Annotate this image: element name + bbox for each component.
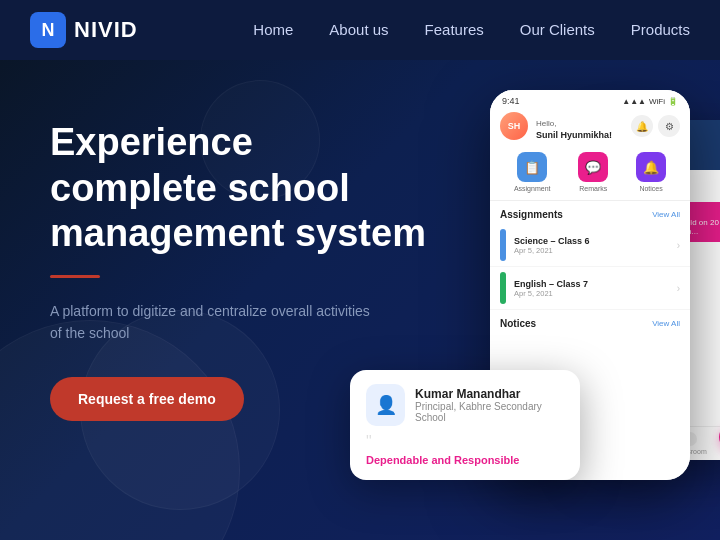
nav-links: Home About us Features Our Clients Produ…: [253, 21, 690, 39]
signal-icon: ▲▲▲: [622, 97, 646, 106]
nav-link-features[interactable]: Features: [425, 21, 484, 38]
notices-label: Notices: [639, 185, 662, 192]
quote-mark-icon: ": [366, 434, 564, 450]
assignments-section-header: Assignments View All: [490, 201, 690, 224]
remarks-label: Remarks: [579, 185, 607, 192]
phone-status-bar: 9:41 ▲▲▲ WiFi 🔋: [490, 90, 690, 108]
logo-icon: N: [30, 12, 66, 48]
hero-underline-deco: [50, 275, 100, 278]
assignment-date-1: Apr 5, 2021: [514, 246, 669, 255]
notices-icon-item[interactable]: 🔔 Notices: [636, 152, 666, 192]
nav-link-products[interactable]: Products: [631, 21, 690, 38]
assignment-info-2: English – Class 7 Apr 5, 2021: [514, 279, 669, 298]
assignment-date-2: Apr 5, 2021: [514, 289, 669, 298]
status-icons: ▲▲▲ WiFi 🔋: [622, 97, 678, 106]
card-popup: 👤 Kumar Manandhar Principal, Kabhre Seco…: [350, 370, 580, 480]
battery-icon: 🔋: [668, 97, 678, 106]
card-role: Principal, Kabhre Secondary School: [415, 401, 564, 423]
view-all-assignments[interactable]: View All: [652, 210, 680, 219]
phone-time: 9:41: [502, 96, 520, 106]
assignment-name-1: Science – Class 6: [514, 236, 669, 246]
view-all-notices[interactable]: View All: [652, 319, 680, 328]
remarks-icon-item[interactable]: 💬 Remarks: [578, 152, 608, 192]
nav-link-clients[interactable]: Our Clients: [520, 21, 595, 38]
notices-title: Notices: [500, 318, 536, 329]
chevron-icon-2: ›: [677, 283, 680, 294]
user-avatar: SH: [500, 112, 528, 140]
assignment-item-1[interactable]: Science – Class 6 Apr 5, 2021 ›: [490, 224, 690, 267]
phone-user-name: Sunil Hyunmikha!: [536, 130, 612, 140]
hero-subtitle: A platform to digitize and centralize ov…: [50, 300, 370, 345]
phone-quick-icons: 📋 Assignment 💬 Remarks 🔔 Notices: [490, 146, 690, 201]
phone-header-right: 🔔 ⚙: [631, 115, 680, 137]
wifi-icon: WiFi: [649, 97, 665, 106]
remarks-icon: 💬: [578, 152, 608, 182]
settings-icon[interactable]: ⚙: [658, 115, 680, 137]
phone-greeting-block: Hello, Sunil Hyunmikha!: [536, 112, 612, 140]
assignment-name-2: English – Class 7: [514, 279, 669, 289]
assignment-icon-item[interactable]: 📋 Assignment: [514, 152, 551, 192]
assignment-icon: 📋: [517, 152, 547, 182]
request-demo-button[interactable]: Request a free demo: [50, 377, 244, 421]
notices-section-header: Notices View All: [490, 310, 690, 333]
logo[interactable]: N NIVID: [30, 12, 138, 48]
card-popup-header: 👤 Kumar Manandhar Principal, Kabhre Seco…: [366, 384, 564, 426]
notification-icon[interactable]: 🔔: [631, 115, 653, 137]
phone-header: SH Hello, Sunil Hyunmikha! 🔔 ⚙: [490, 108, 690, 146]
navbar: N NIVID Home About us Features Our Clien…: [0, 0, 720, 60]
phone-greeting: Hello, Sunil Hyunmikha!: [536, 119, 612, 140]
assignment-color-2: [500, 272, 506, 304]
phones-area: 9:41 ▲▲▲ WiFi 🔋 SH Hello, Sunil Hyunmik: [360, 80, 720, 540]
assignment-item-2[interactable]: English – Class 7 Apr 5, 2021 ›: [490, 267, 690, 310]
notices-icon: 🔔: [636, 152, 666, 182]
assignment-color-1: [500, 229, 506, 261]
assignment-info-1: Science – Class 6 Apr 5, 2021: [514, 236, 669, 255]
logo-text: NIVID: [74, 17, 138, 43]
assignments-title: Assignments: [500, 209, 563, 220]
assignment-label: Assignment: [514, 185, 551, 192]
card-name: Kumar Manandhar: [415, 387, 564, 401]
nav-link-home[interactable]: Home: [253, 21, 293, 38]
card-info: Kumar Manandhar Principal, Kabhre Second…: [415, 387, 564, 423]
nav-link-about[interactable]: About us: [329, 21, 388, 38]
phone-header-left: SH Hello, Sunil Hyunmikha!: [500, 112, 612, 140]
chevron-icon-1: ›: [677, 240, 680, 251]
card-avatar: 👤: [366, 384, 405, 426]
hero-section: Experience complete school management sy…: [0, 60, 720, 540]
card-quote: Dependable and Responsible: [366, 454, 564, 466]
